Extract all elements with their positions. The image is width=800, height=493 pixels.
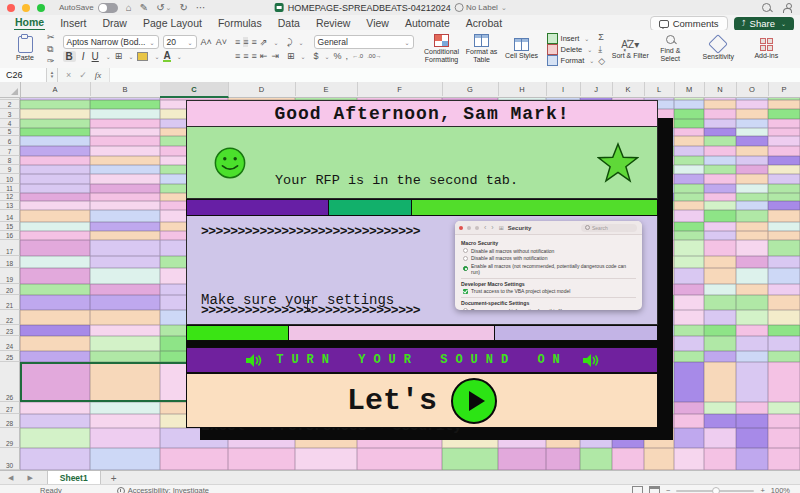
zoom-window-button[interactable] — [37, 4, 45, 12]
confirm-entry-icon[interactable]: ✓ — [79, 70, 87, 80]
column-header-O[interactable]: O — [736, 82, 769, 96]
grid-cell[interactable] — [90, 128, 160, 136]
grid-cell[interactable] — [674, 336, 704, 351]
row-header-19[interactable]: 19 — [0, 268, 20, 284]
row-header-18[interactable]: 18 — [0, 256, 20, 268]
add-ins-button[interactable]: Add-ins — [746, 38, 786, 60]
grid-cell[interactable] — [704, 402, 736, 414]
close-window-button[interactable] — [7, 4, 15, 12]
grid-cell[interactable] — [674, 136, 704, 146]
column-header-P[interactable]: P — [768, 82, 800, 96]
grid-cell[interactable] — [704, 351, 736, 362]
grid-cell[interactable] — [736, 119, 768, 128]
row-header-23[interactable]: 23 — [0, 325, 20, 336]
increase-decimal-button[interactable]: ←.0 — [352, 53, 363, 59]
grid-cell[interactable] — [736, 193, 768, 201]
grid-cell[interactable] — [90, 136, 160, 146]
grid-cell[interactable] — [20, 193, 90, 201]
grid-cell[interactable] — [674, 240, 704, 256]
radio-icon[interactable] — [463, 256, 468, 261]
grid-cell[interactable] — [498, 448, 546, 470]
grid-cell[interactable] — [20, 100, 90, 109]
grid-cell[interactable] — [674, 362, 704, 402]
redo-icon[interactable]: ↻ — [179, 3, 187, 13]
grid-cell[interactable] — [768, 231, 800, 240]
row-header-10[interactable]: 10 — [0, 174, 20, 184]
decrease-indent-button[interactable]: ⇤ — [260, 51, 268, 61]
grid-cell[interactable] — [90, 156, 160, 165]
grid-cell[interactable] — [90, 428, 160, 448]
grid-cell[interactable] — [20, 231, 90, 240]
comments-button[interactable]: Comments — [650, 16, 728, 31]
cell-styles-button[interactable]: Cell Styles — [502, 38, 542, 60]
security-option[interactable]: Trust access to the VBA project object m… — [463, 288, 636, 294]
grid-cell[interactable] — [90, 295, 160, 310]
grid-cell[interactable] — [90, 256, 160, 268]
page-layout-view-icon[interactable] — [649, 486, 660, 493]
row-header-21[interactable]: 21 — [0, 295, 20, 310]
grid-cell[interactable] — [768, 295, 800, 310]
column-header-G[interactable]: G — [442, 82, 499, 96]
grid-cell[interactable] — [90, 100, 160, 109]
tab-draw[interactable]: Draw — [101, 16, 128, 30]
row-header-26[interactable]: 26 — [0, 362, 20, 402]
home-icon[interactable]: ⌂ — [126, 3, 132, 13]
grid-cell[interactable] — [674, 201, 704, 210]
formula-input[interactable] — [109, 68, 800, 82]
grid-cell[interactable] — [704, 295, 736, 310]
tab-page-layout[interactable]: Page Layout — [142, 16, 203, 30]
grid-cell[interactable] — [768, 222, 800, 231]
grid-cell[interactable] — [768, 402, 800, 414]
decrease-decimal-button[interactable]: .00→ — [367, 53, 381, 59]
currency-button[interactable]: $ — [314, 51, 319, 61]
zoom-in-icon[interactable]: + — [760, 486, 764, 493]
grid-cell[interactable] — [674, 119, 704, 128]
row-header-5[interactable]: 5 — [0, 128, 20, 136]
name-box[interactable]: C26 — [0, 68, 47, 82]
column-header-F[interactable]: F — [357, 82, 443, 96]
grid-cell[interactable] — [768, 210, 800, 222]
security-option[interactable]: Disable all macros without notification — [463, 248, 636, 254]
row-header-17[interactable]: 17 — [0, 240, 20, 256]
grid-cell[interactable] — [704, 310, 736, 325]
zoom-slider[interactable] — [676, 490, 754, 492]
row-header-4[interactable]: 4 — [0, 119, 20, 128]
wrap-text-button[interactable]: ⤸ — [287, 37, 292, 47]
grid-cell[interactable] — [736, 268, 768, 284]
row-header-12[interactable]: 12 — [0, 193, 20, 201]
account-icon[interactable] — [783, 3, 792, 12]
grid-cell[interactable] — [704, 448, 736, 470]
column-header-E[interactable]: E — [295, 82, 358, 96]
grid-cell[interactable] — [736, 295, 768, 310]
grid-cell[interactable] — [768, 284, 800, 295]
insert-cells-button[interactable]: Insert⌄ — [547, 33, 595, 43]
grid-cell[interactable] — [20, 128, 90, 136]
align-middle-button[interactable]: ≡ — [243, 37, 247, 47]
grid-cell[interactable] — [736, 210, 768, 222]
grid-cell[interactable] — [90, 351, 160, 362]
tab-home[interactable]: Home — [14, 15, 45, 31]
grid-cell[interactable] — [20, 156, 90, 165]
cut-icon[interactable]: ✂ — [47, 32, 55, 42]
grid-cell[interactable] — [736, 402, 768, 414]
select-all-corner[interactable] — [0, 82, 21, 97]
grid-cell[interactable] — [90, 448, 160, 470]
borders-button[interactable]: ⊞ — [115, 51, 123, 61]
grid-cell[interactable] — [768, 351, 800, 362]
grid-cell[interactable] — [768, 268, 800, 284]
grid-cell[interactable] — [704, 146, 736, 156]
radio-selected-icon[interactable] — [463, 266, 468, 271]
format-painter-icon[interactable]: ✑ — [47, 56, 55, 66]
grid-cell[interactable] — [736, 448, 768, 470]
grid-cell[interactable] — [768, 184, 800, 193]
accessibility-status[interactable]: Accessibility: Investigate — [117, 486, 209, 493]
italic-button[interactable]: I — [80, 51, 87, 62]
grid-cell[interactable] — [20, 284, 90, 295]
grid-cell[interactable] — [736, 336, 768, 351]
fill-color-button[interactable] — [137, 52, 148, 61]
grid-cell[interactable] — [768, 256, 800, 268]
row-header-13[interactable]: 13 — [0, 201, 20, 210]
grid-cell[interactable] — [674, 402, 704, 414]
grid-cell[interactable] — [546, 448, 580, 470]
font-name-combo[interactable]: Aptos Narrow (Bod...⌄ — [63, 35, 159, 49]
